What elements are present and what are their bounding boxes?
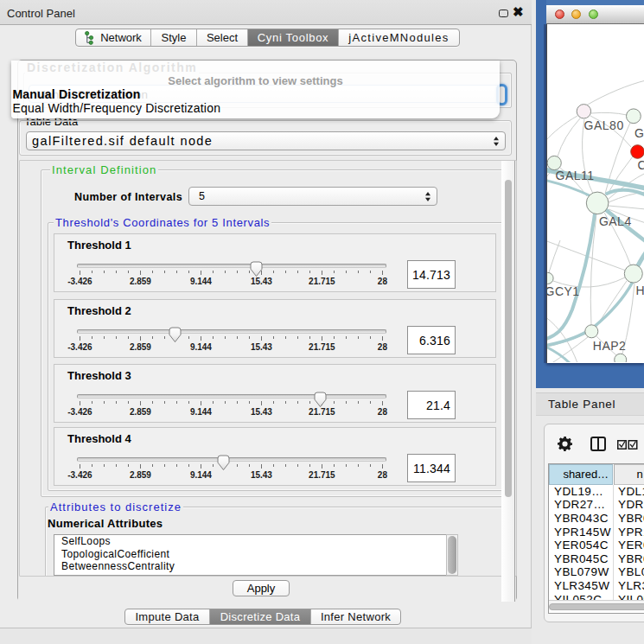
svg-text:GAL80: GAL80 <box>584 118 624 132</box>
svg-text:GCY1: GCY1 <box>546 284 580 298</box>
svg-text:C: C <box>638 158 644 172</box>
svg-text:GAL11: GAL11 <box>556 169 595 182</box>
svg-text:GAL4: GAL4 <box>599 214 632 228</box>
svg-text:G.: G. <box>634 126 644 140</box>
svg-text:H: H <box>636 284 644 297</box>
svg-text:HAP2: HAP2 <box>593 339 627 353</box>
